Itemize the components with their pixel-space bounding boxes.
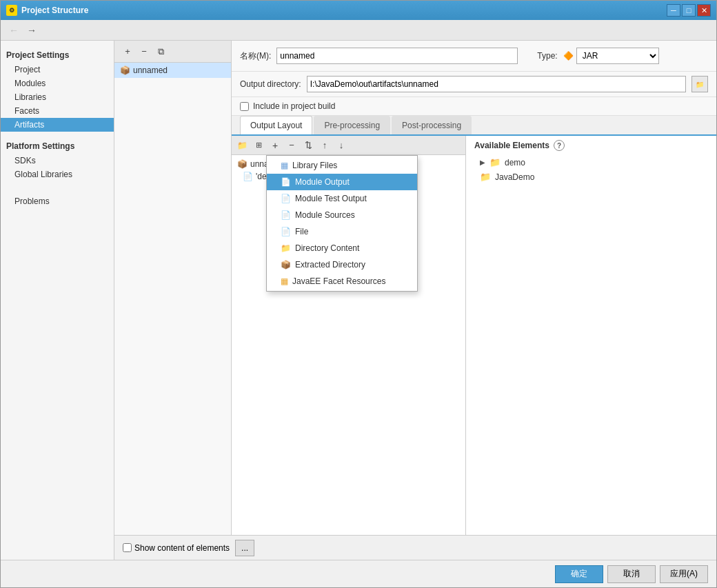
bottom-dots-button[interactable]: ... bbox=[235, 540, 254, 556]
show-content-label: Show content of elements bbox=[134, 543, 230, 553]
dropdown-module-sources[interactable]: 📄 Module Sources bbox=[267, 207, 417, 223]
jar-type-icon: 🔶 bbox=[563, 51, 574, 61]
bottom-bar: Show content of elements ... bbox=[114, 535, 716, 560]
tabs-row: Output Layout Pre-processing Post-proces… bbox=[232, 116, 716, 136]
sidebar-item-libraries[interactable]: Libraries bbox=[1, 90, 114, 104]
main-content: Project Settings Project Modules Librari… bbox=[1, 41, 716, 560]
folder-icon-demo: 📁 bbox=[489, 157, 501, 168]
dropdown-library-files[interactable]: ▦ Library Files bbox=[267, 157, 417, 174]
sidebar-item-facets[interactable]: Facets bbox=[1, 104, 114, 118]
output-dir-input[interactable] bbox=[307, 76, 686, 92]
tree-toolbar-up-btn[interactable]: ↑ bbox=[317, 138, 332, 153]
output-dir-browse-button[interactable]: 📁 bbox=[691, 76, 708, 92]
type-label: Type: bbox=[537, 51, 557, 61]
type-select-wrapper: 🔶 JAR WAR bbox=[563, 48, 659, 64]
name-label: 名称(M): bbox=[240, 50, 271, 62]
module-output-icon: 📄 bbox=[243, 172, 253, 181]
tree-toolbar-sort-btn[interactable]: ⇅ bbox=[301, 138, 316, 153]
extracted-dir-icon: 📦 bbox=[281, 260, 291, 270]
artifact-item-unnamed[interactable]: 📦 unnamed bbox=[114, 63, 231, 78]
directory-content-icon: 📁 bbox=[281, 243, 291, 253]
tab-pre-processing[interactable]: Pre-processing bbox=[314, 116, 390, 134]
folder-icon-javademo: 📁 bbox=[480, 172, 491, 182]
config-area: 名称(M): Type: 🔶 JAR WAR bbox=[232, 41, 716, 535]
library-files-icon: ▦ bbox=[281, 161, 288, 170]
available-item-javademo[interactable]: 📁 JavaDemo bbox=[466, 170, 716, 184]
output-dir-row: Output directory: 📁 bbox=[232, 72, 716, 97]
output-tree-toolbar: 📁 ⊞ + − ⇅ ↑ ↓ bbox=[232, 136, 465, 155]
show-content-wrapper: Show content of elements bbox=[123, 543, 230, 553]
back-button[interactable]: ← bbox=[6, 23, 21, 38]
tree-toolbar-folder-btn[interactable]: 📁 bbox=[234, 138, 250, 153]
name-row: 名称(M): Type: 🔶 JAR WAR bbox=[232, 41, 716, 72]
dropdown-file[interactable]: 📄 File bbox=[267, 223, 417, 240]
name-input[interactable] bbox=[276, 48, 518, 64]
file-icon: 📄 bbox=[281, 227, 291, 236]
forward-button[interactable]: → bbox=[24, 23, 39, 38]
sidebar-item-artifacts[interactable]: Artifacts bbox=[1, 118, 114, 132]
tree-toolbar-remove-btn[interactable]: − bbox=[284, 138, 299, 153]
include-build-row: Include in project build bbox=[232, 97, 716, 116]
add-dropdown-menu: ▦ Library Files 📄 Module Output 📄 bbox=[266, 155, 418, 292]
ok-button[interactable]: 确定 bbox=[555, 565, 603, 583]
remove-artifact-button[interactable]: − bbox=[137, 44, 152, 59]
window-title: Project Structure bbox=[21, 6, 88, 15]
project-settings-heading: Project Settings bbox=[1, 46, 114, 63]
help-icon: ? bbox=[554, 140, 565, 151]
expand-icon-demo: ▶ bbox=[480, 159, 485, 166]
window-controls: ─ □ ✕ bbox=[667, 4, 711, 17]
dropdown-module-test-output[interactable]: 📄 Module Test Output bbox=[267, 190, 417, 207]
include-build-checkbox[interactable] bbox=[240, 102, 249, 111]
artifact-list-toolbar: + − ⧉ bbox=[114, 41, 231, 63]
type-select[interactable]: JAR WAR bbox=[576, 48, 659, 64]
available-elements-header: Available Elements ? bbox=[466, 136, 716, 155]
sidebar-item-global-libraries[interactable]: Global Libraries bbox=[1, 168, 114, 181]
output-dir-label: Output directory: bbox=[240, 79, 301, 89]
cancel-button[interactable]: 取消 bbox=[607, 565, 656, 583]
available-item-demo[interactable]: ▶ 📁 demo bbox=[466, 155, 716, 170]
titlebar: ⚙ Project Structure ─ □ ✕ bbox=[1, 1, 716, 20]
sidebar-item-sdks[interactable]: SDKs bbox=[1, 154, 114, 168]
artifact-jar-icon: 📦 bbox=[120, 65, 130, 75]
module-sources-icon: 📄 bbox=[281, 210, 291, 220]
available-elements-panel: Available Elements ? ▶ 📁 demo 📁 bbox=[466, 136, 716, 535]
add-artifact-button[interactable]: + bbox=[120, 44, 135, 59]
sidebar: Project Settings Project Modules Librari… bbox=[1, 41, 114, 560]
artifact-item-label: unnamed bbox=[133, 65, 168, 75]
minimize-button[interactable]: ─ bbox=[667, 4, 680, 17]
dropdown-directory-content[interactable]: 📁 Directory Content bbox=[267, 240, 417, 256]
dropdown-extracted-directory[interactable]: 📦 Extracted Directory bbox=[267, 256, 417, 273]
copy-artifact-button[interactable]: ⧉ bbox=[153, 44, 168, 59]
artifact-section: + − ⧉ 📦 unnamed bbox=[114, 41, 716, 535]
dialog-footer: 确定 取消 应用(A) bbox=[1, 560, 716, 587]
nav-bar: ← → bbox=[1, 20, 716, 41]
tree-toolbar-down-btn[interactable]: ↓ bbox=[334, 138, 349, 153]
tab-output-layout[interactable]: Output Layout bbox=[240, 116, 312, 134]
output-tree-panel: 📁 ⊞ + − ⇅ ↑ ↓ bbox=[232, 136, 466, 535]
tree-toolbar-grid-btn[interactable]: ⊞ bbox=[251, 138, 266, 153]
right-panel: + − ⧉ 📦 unnamed bbox=[114, 41, 716, 560]
sidebar-item-modules[interactable]: Modules bbox=[1, 77, 114, 90]
project-structure-window: ⚙ Project Structure ─ □ ✕ ← → Project Se… bbox=[0, 0, 717, 588]
apply-button[interactable]: 应用(A) bbox=[660, 565, 708, 583]
layout-panel: 📁 ⊞ + − ⇅ ↑ ↓ bbox=[232, 136, 716, 535]
module-output-icon2: 📄 bbox=[281, 177, 291, 187]
module-test-icon: 📄 bbox=[281, 194, 291, 203]
sidebar-item-project[interactable]: Project bbox=[1, 63, 114, 77]
jar-icon: 📦 bbox=[237, 159, 248, 169]
tree-toolbar-add-btn[interactable]: + bbox=[267, 138, 283, 153]
sidebar-item-problems[interactable]: Problems bbox=[1, 192, 114, 210]
close-button[interactable]: ✕ bbox=[697, 4, 711, 17]
include-build-label: Include in project build bbox=[253, 101, 335, 111]
maximize-button[interactable]: □ bbox=[682, 4, 696, 17]
dropdown-module-output[interactable]: 📄 Module Output bbox=[267, 174, 417, 190]
platform-settings-heading: Platform Settings bbox=[1, 137, 114, 154]
show-content-checkbox[interactable] bbox=[123, 543, 132, 552]
artifact-list: 📦 unnamed bbox=[114, 63, 232, 78]
dropdown-javaee-facet[interactable]: ▦ JavaEE Facet Resources bbox=[267, 273, 417, 290]
app-icon: ⚙ bbox=[6, 5, 17, 16]
javaee-icon: ▦ bbox=[281, 276, 288, 286]
tab-post-processing[interactable]: Post-processing bbox=[392, 116, 472, 134]
